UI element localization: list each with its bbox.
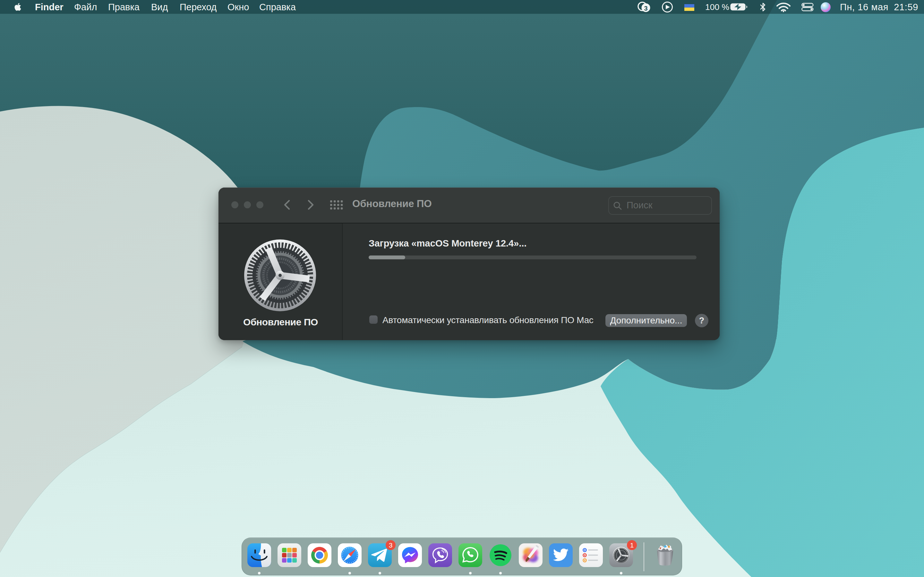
svg-text:3: 3 <box>644 5 648 12</box>
